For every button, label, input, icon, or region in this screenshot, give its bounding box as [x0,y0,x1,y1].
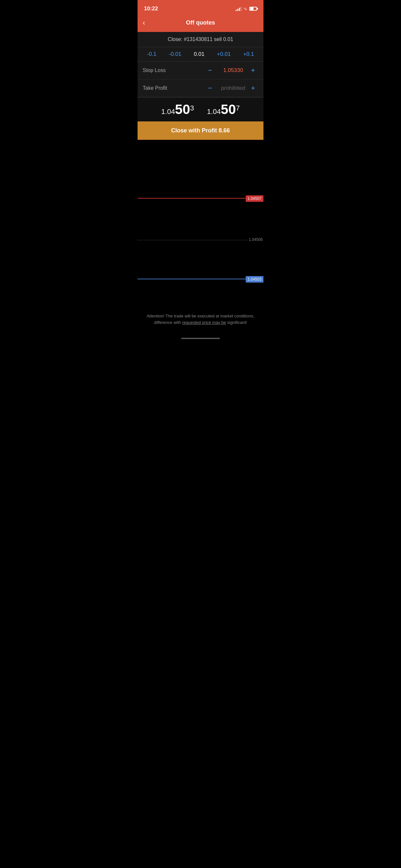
back-button[interactable]: ‹ [143,19,145,27]
chart-line-red [137,198,247,198]
volume-controls: -0.1 -0.01 0.01 +0.01 +0.1 [137,47,264,61]
stop-loss-row: Stop Loss − 1.05330 + [137,62,264,80]
ask-price: 1.04 50 7 [207,103,240,116]
stop-loss-decrease[interactable]: − [202,66,219,74]
signal-icon [236,6,242,11]
ask-prefix: 1.04 [207,107,221,116]
notice-text: Attention! The trade will be executed at… [144,313,257,326]
notice-underline: requested price may be [182,320,226,325]
price-display: 1.04 50 3 1.04 50 7 [137,97,264,121]
bid-prefix: 1.04 [161,107,175,116]
home-indicator [137,335,264,343]
chart-area: 1.04507 1.04505 1.04503 [137,140,264,308]
stop-loss-increase[interactable]: + [248,66,258,74]
volume-dec-large[interactable]: -0.1 [147,51,156,58]
bid-price: 1.04 50 3 [161,103,194,116]
stop-loss-value: 1.05330 [219,67,248,73]
wifi-icon: ∿ [243,6,247,11]
take-profit-value: prohibited [219,85,248,91]
volume-inc-small[interactable]: +0.01 [217,51,231,58]
volume-current: 0.01 [194,51,204,58]
chart-price-red: 1.04507 [246,195,264,202]
ask-super: 7 [236,104,240,113]
bid-main: 50 [175,103,190,116]
take-profit-increase[interactable]: + [248,84,258,92]
battery-icon [249,7,257,11]
bottom-notice: Attention! The trade will be executed at… [137,308,264,335]
page-title: Off quotes [186,20,215,26]
stop-loss-label: Stop Loss [143,67,202,73]
chart-price-mid: 1.04505 [249,237,263,242]
home-bar [181,338,220,339]
chart-price-blue: 1.04503 [246,276,264,283]
take-profit-decrease[interactable]: − [202,84,219,92]
trade-label: Close: #131430811 sell 0.01 [168,36,234,42]
volume-dec-small[interactable]: -0.01 [169,51,181,58]
status-bar: 10:22 ∿ [137,0,264,16]
chart-line-blue [137,279,247,279]
trade-info: Close: #131430811 sell 0.01 [137,32,264,47]
sl-tp-section: Stop Loss − 1.05330 + Take Profit − proh… [137,61,264,97]
take-profit-label: Take Profit [143,85,202,91]
status-icons: ∿ [236,6,257,11]
close-profit-button[interactable]: Close with Profit 8.66 [137,121,264,140]
take-profit-row: Take Profit − prohibited + [137,80,264,97]
ask-main: 50 [221,103,236,116]
header: ‹ Off quotes [137,16,264,32]
chart-line-dashed [137,240,247,240]
status-time: 10:22 [144,5,158,12]
bid-super: 3 [190,104,194,113]
volume-inc-large[interactable]: +0.1 [243,51,254,58]
